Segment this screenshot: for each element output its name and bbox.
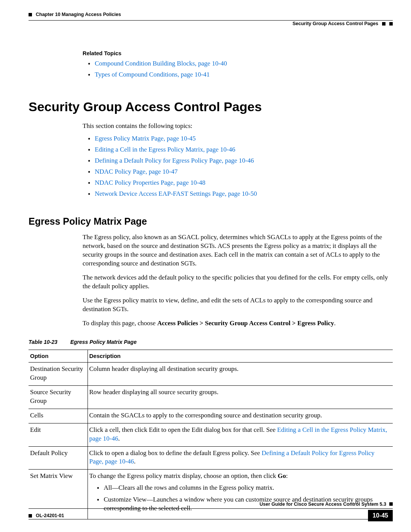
- cell-option: Destination Security Group: [29, 362, 88, 385]
- intro-text: This section contains the following topi…: [83, 122, 393, 131]
- footer-doc-number: OL-24201-01: [36, 513, 64, 519]
- square-bullet-icon: [29, 13, 32, 16]
- footer-guide-title: User Guide for Cisco Secure Access Contr…: [260, 501, 386, 508]
- cell-desc: Contain the SGACLs to apply to the corre…: [88, 409, 393, 423]
- cell-desc: Click a cell, then click Edit to open th…: [88, 423, 393, 446]
- square-bullet-icon: [389, 22, 393, 26]
- cell-text: .: [134, 458, 135, 465]
- topic-link[interactable]: NDAC Policy Page, page 10-47: [95, 168, 178, 175]
- square-bullet-icon: [389, 502, 393, 506]
- cell-text: Click to open a dialog box to define the…: [89, 449, 262, 457]
- page-number: 10-45: [368, 510, 393, 521]
- topics-list: Egress Policy Matrix Page, page 10-45 Ed…: [83, 134, 393, 198]
- cell-desc: Row header displaying all source securit…: [88, 385, 393, 409]
- related-topics-list: Compound Condition Building Blocks, page…: [83, 59, 393, 79]
- cell-option: Source Security Group: [29, 385, 88, 409]
- table-row: Destination Security Group Column header…: [29, 362, 393, 385]
- topic-link[interactable]: Editing a Cell in the Egress Policy Matr…: [95, 146, 235, 153]
- related-topics-heading: Related Topics: [83, 50, 393, 58]
- body-text-run: .: [334, 320, 336, 327]
- cell-option: Edit: [29, 423, 88, 446]
- page-title: Security Group Access Control Pages: [29, 98, 393, 116]
- running-head-right: Security Group Access Control Pages: [29, 21, 393, 27]
- cell-desc: Column header displaying all destination…: [88, 362, 393, 385]
- body-paragraph: Use the Egress policy matrix to view, de…: [83, 296, 393, 314]
- topic-link[interactable]: NDAC Policy Properties Page, page 10-48: [95, 179, 206, 186]
- cell-option: Cells: [29, 409, 88, 423]
- cell-option: Default Policy: [29, 446, 88, 470]
- th-description: Description: [88, 350, 393, 362]
- section-label: Security Group Access Control Pages: [293, 21, 378, 27]
- related-link[interactable]: Compound Condition Building Blocks, page…: [95, 60, 227, 67]
- table-row: Edit Click a cell, then click Edit to op…: [29, 423, 393, 446]
- cell-text: :: [286, 472, 288, 479]
- square-bullet-icon: [382, 22, 386, 26]
- square-bullet-icon: [29, 514, 32, 518]
- body-paragraph: The network devices add the default poli…: [83, 273, 393, 291]
- body-text-bold: Access Policies > Security Group Access …: [157, 320, 334, 327]
- cell-text: .: [118, 435, 120, 442]
- cell-text: To change the Egress policy matrix displ…: [89, 472, 278, 479]
- topic-link[interactable]: Defining a Default Policy for Egress Pol…: [95, 157, 254, 164]
- cell-bold: Go: [278, 472, 286, 479]
- body-paragraph: The Egress policy, also known as an SGAC…: [83, 233, 393, 268]
- topic-link[interactable]: Network Device Access EAP-FAST Settings …: [95, 190, 257, 197]
- related-link[interactable]: Types of Compound Conditions, page 10-41: [95, 71, 210, 78]
- body-text-run: To display this page, choose: [83, 320, 157, 327]
- cell-desc: Click to open a dialog box to define the…: [88, 446, 393, 470]
- table-row: Source Security Group Row header display…: [29, 385, 393, 409]
- table-title: Egress Policy Matrix Page: [70, 339, 137, 345]
- cell-bullet-text: All—Clears all the rows and columns in t…: [104, 484, 274, 491]
- running-head-left: Chapter 10 Managing Access Policies: [29, 11, 393, 18]
- table-row: Cells Contain the SGACLs to apply to the…: [29, 409, 393, 423]
- topic-link[interactable]: Egress Policy Matrix Page, page 10-45: [95, 135, 196, 142]
- options-table: Option Description Destination Security …: [29, 350, 393, 519]
- subsection-title: Egress Policy Matrix Page: [29, 215, 393, 228]
- cell-text: Click a cell, then click Edit to open th…: [89, 426, 277, 433]
- chapter-label: Chapter 10 Managing Access Policies: [36, 11, 121, 18]
- th-option: Option: [29, 350, 88, 362]
- body-paragraph: To display this page, choose Access Poli…: [83, 319, 393, 328]
- table-row: Default Policy Click to open a dialog bo…: [29, 446, 393, 470]
- page-footer: User Guide for Cisco Secure Access Contr…: [29, 501, 393, 521]
- table-number: Table 10-23: [29, 339, 57, 345]
- table-caption: Table 10-23 Egress Policy Matrix Page: [29, 339, 393, 346]
